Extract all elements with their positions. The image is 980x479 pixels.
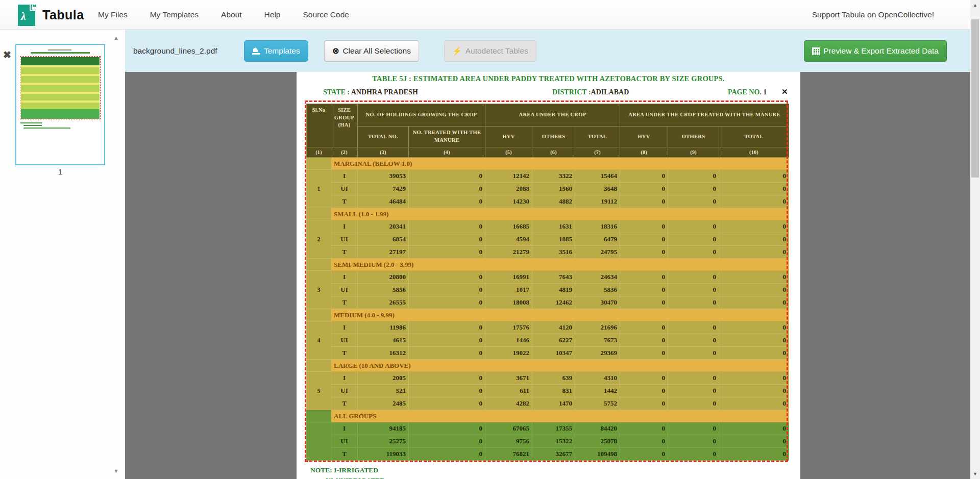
- document-filename: background_lines_2.pdf: [133, 30, 217, 72]
- brand-title: Tabula: [42, 8, 84, 22]
- thumb-title-line: [48, 49, 71, 51]
- pdf-page[interactable]: TABLE 5J : ESTIMATED AREA UNDER PADDY TR…: [297, 72, 800, 479]
- pdf-viewer-area: TABLE 5J : ESTIMATED AREA UNDER PADDY TR…: [125, 72, 970, 479]
- page-thumbnail[interactable]: [15, 44, 105, 165]
- scrollbar-down-icon[interactable]: ▼: [970, 471, 980, 476]
- support-link[interactable]: Support Tabula on OpenCollective!: [812, 0, 934, 30]
- remove-page-icon[interactable]: ✖: [3, 49, 11, 61]
- nav-menu: My Files My Templates About Help Source …: [98, 0, 372, 30]
- nav-my-templates[interactable]: My Templates: [150, 10, 199, 19]
- pdf-table-title: TABLE 5J : ESTIMATED AREA UNDER PADDY TR…: [297, 74, 800, 83]
- district-value: ADILABAD: [591, 88, 629, 96]
- scrollbar-thumb[interactable]: [971, 19, 979, 178]
- scrollbar-up-icon[interactable]: ▲: [970, 3, 980, 8]
- lightning-icon: ⚡: [452, 46, 462, 56]
- note-line-1: NOTE: I-IRRIGATED: [310, 465, 385, 475]
- nav-my-files[interactable]: My Files: [98, 10, 128, 19]
- document-toolbar: background_lines_2.pdf Templates ⊗ Clear…: [125, 30, 970, 72]
- pdf-meta-row: STATE : ANDHRA PRADESH DISTRICT :ADILABA…: [297, 88, 800, 98]
- nav-source-code[interactable]: Source Code: [303, 10, 349, 19]
- autodetect-tables-button[interactable]: ⚡ Autodetect Tables: [444, 40, 536, 62]
- page-no-value: 1: [763, 88, 767, 96]
- clear-all-selections-button[interactable]: ⊗ Clear All Selections: [324, 40, 419, 62]
- thumb-note-line: [23, 125, 42, 126]
- brand[interactable]: λ Tabula: [18, 4, 84, 26]
- page-no-label: PAGE NO.: [728, 88, 762, 96]
- templates-icon: [252, 47, 260, 55]
- note-line-2: UI-UNIRRIGATED: [326, 475, 385, 479]
- thumb-note-line: [23, 128, 70, 129]
- clear-icon: ⊗: [332, 47, 339, 55]
- page-thumbnails-sidebar: ✖ 1 ▲ ▼: [0, 30, 125, 479]
- preview-export-button[interactable]: Preview & Export Extracted Data: [804, 40, 947, 62]
- selection-close-icon[interactable]: ✕: [781, 87, 788, 96]
- table-selection-box[interactable]: [305, 100, 788, 462]
- sidebar-scroll-up-icon[interactable]: ▲: [113, 35, 119, 41]
- templates-button[interactable]: Templates: [244, 40, 308, 62]
- thumb-table-preview: [20, 56, 101, 119]
- sidebar-scroll-down-icon[interactable]: ▼: [113, 468, 119, 474]
- district-label: DISTRICT :: [552, 88, 591, 96]
- thumb-note-line: [20, 122, 42, 123]
- top-navbar: λ Tabula My Files My Templates About Hel…: [0, 0, 980, 30]
- state-label: STATE :: [323, 88, 350, 96]
- vertical-scrollbar[interactable]: ▲ ▼: [970, 0, 980, 479]
- nav-about[interactable]: About: [221, 10, 242, 19]
- state-value: ANDHRA PRADESH: [351, 88, 418, 96]
- pdf-note: NOTE: I-IRRIGATED UI-UNIRRIGATED: [310, 465, 385, 479]
- nav-help[interactable]: Help: [264, 10, 281, 19]
- thumb-title-line: [31, 52, 90, 54]
- thumbnail-page-number: 1: [15, 167, 105, 176]
- spreadsheet-icon: [812, 47, 820, 55]
- tabula-logo-icon: λ: [18, 4, 37, 26]
